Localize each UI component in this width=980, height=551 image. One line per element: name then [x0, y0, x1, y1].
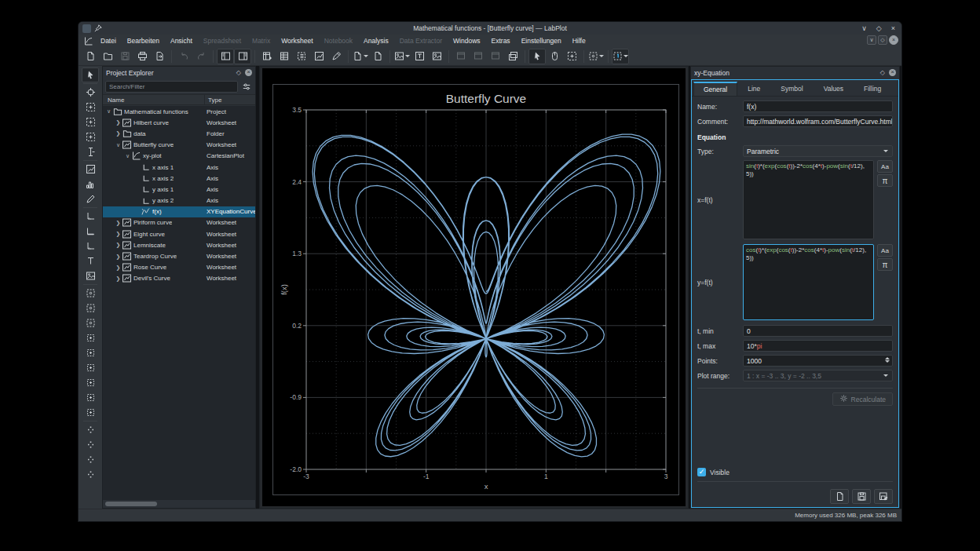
worksheet-page[interactable]: Butterfly Curve-3-1133.52.41.30.2-0.9-2.… [262, 68, 686, 506]
insert-function-button[interactable]: Aa [877, 244, 893, 257]
toggle-properties-dock-button[interactable] [234, 49, 251, 64]
tab-values[interactable]: Values [814, 82, 854, 96]
tree-row-data[interactable]: ❯dataFolder [103, 128, 255, 139]
comment-field[interactable]: http://mathworld.wolfram.com/ButterflyCu… [743, 115, 893, 127]
export-button[interactable] [151, 49, 168, 64]
expander-icon[interactable]: ❯ [115, 231, 122, 237]
add-axis-bottom-button[interactable] [82, 224, 99, 239]
tree-row-rose-curve[interactable]: ❯Rose CurveWorksheet [103, 262, 255, 273]
select-mode-button[interactable] [82, 68, 99, 82]
tab-line[interactable]: Line [737, 82, 770, 96]
save-template-button[interactable] [852, 489, 871, 504]
expander-icon[interactable]: ∨ [115, 142, 122, 148]
expander-icon[interactable]: ∨ [124, 153, 131, 159]
new-document-menu-button[interactable] [352, 49, 369, 64]
menu-hilfe[interactable]: Hilfe [567, 35, 591, 47]
tree-row-teardrop-curve[interactable]: ❯Teardrop CurveWorksheet [103, 250, 255, 261]
cursor-mode-button[interactable] [82, 144, 99, 159]
new-workbook-button[interactable] [258, 49, 276, 64]
filter-options-icon[interactable] [240, 81, 253, 93]
tree-row-xy-plot[interactable]: ∨xy-plotCartesianPlot [103, 151, 255, 162]
dock-float-icon[interactable]: ◇ [236, 69, 241, 76]
zoom-origin-button[interactable] [82, 316, 99, 330]
tree-row-mathematical-functions[interactable]: ∨Mathematical functionsProject [103, 106, 255, 117]
export-preview-button[interactable] [428, 49, 445, 64]
minimize-icon[interactable]: ∨ [861, 24, 867, 32]
tab-filling[interactable]: Filling [854, 82, 891, 96]
add-text-label-button[interactable] [82, 254, 99, 268]
expander-icon[interactable]: ❯ [115, 242, 122, 248]
pin-icon[interactable] [94, 22, 102, 35]
expander-icon[interactable]: ∨ [105, 108, 112, 115]
menu-worksheet[interactable]: Worksheet [276, 35, 318, 47]
tmin-field[interactable]: 0 [743, 325, 893, 337]
draw-curve-button[interactable] [82, 192, 99, 206]
new-matrix-button[interactable] [293, 49, 310, 64]
expander-icon[interactable]: ❯ [115, 119, 122, 126]
zoom-select-button[interactable] [82, 100, 99, 115]
menu-ansicht[interactable]: Ansicht [165, 35, 198, 47]
menu-extras[interactable]: Extras [486, 35, 516, 47]
add-axis-corner-button[interactable] [82, 239, 99, 254]
tmax-field[interactable]: 10*pi [743, 340, 893, 352]
tree-row-x-axis-2[interactable]: x axis 2Axis [103, 173, 255, 184]
new-spreadsheet-button[interactable] [276, 49, 293, 64]
tab-general[interactable]: General [693, 82, 737, 96]
zoom-fit-height-button[interactable] [82, 437, 99, 452]
expander-icon[interactable]: ❯ [115, 220, 122, 226]
points-spinbox[interactable]: 1000 [743, 355, 893, 367]
insert-constant-button[interactable]: π [877, 174, 893, 187]
y-equation-editor[interactable]: cos(t)*(exp(cos(t))-2*cos(4*t)-pow(sin(t… [743, 244, 874, 320]
tree-row-butterfly-curve[interactable]: ∨Butterfly curveWorksheet [103, 140, 255, 151]
tree-row-piriform-curve[interactable]: ❯Piriform curveWorksheet [103, 217, 255, 228]
column-name[interactable]: Name [103, 95, 205, 104]
mdi-maximize-icon[interactable]: ◇ [878, 35, 887, 45]
navigate-button[interactable] [546, 49, 563, 64]
expander-icon[interactable]: ❯ [115, 265, 122, 271]
magnification-menu-button[interactable] [587, 49, 605, 64]
tree-row-hilbert-curve[interactable]: ❯Hilbert curveWorksheet [103, 117, 255, 128]
toggle-project-explorer-button[interactable] [217, 49, 234, 64]
menu-analysis[interactable]: Analysis [358, 35, 394, 47]
dock-float-icon[interactable]: ◇ [880, 69, 885, 76]
insert-function-button[interactable]: Aa [877, 160, 893, 173]
menu-bearbeiten[interactable]: Bearbeiten [122, 35, 165, 47]
color-picker-button[interactable] [327, 49, 345, 64]
titlebar[interactable]: Mathematical functions - [Butterfly curv… [79, 22, 901, 35]
tree-column-header[interactable]: Name Type [103, 94, 255, 105]
menu-windows[interactable]: Windows [448, 35, 485, 47]
shift-up-y-button[interactable] [82, 405, 99, 420]
expander-icon[interactable]: ❯ [115, 254, 122, 260]
menu-datei[interactable]: Datei [95, 35, 122, 47]
fit-selection-button[interactable] [411, 49, 428, 64]
visible-checkbox[interactable]: ✓ [697, 468, 706, 476]
tree-row-lemniscate[interactable]: ❯LemniscateWorksheet [103, 239, 255, 250]
tab-symbol[interactable]: Symbol [770, 82, 813, 96]
insert-constant-button[interactable]: π [877, 258, 893, 271]
dock-close-icon[interactable]: × [245, 69, 252, 76]
add-axis-left-button[interactable] [82, 209, 99, 224]
maximize-icon[interactable]: ◇ [876, 24, 882, 32]
zoom-select-mode-button[interactable] [563, 49, 580, 64]
tree-row-f-x-[interactable]: f(x)XYEquationCurve [103, 206, 255, 217]
add-histogram-button[interactable] [82, 177, 99, 192]
butterfly-plot[interactable]: Butterfly Curve-3-1133.52.41.30.2-0.9-2.… [272, 84, 679, 495]
new-project-button[interactable] [82, 49, 99, 64]
shift-left-x-button[interactable] [82, 375, 99, 390]
zoom-y-select-button[interactable] [82, 130, 99, 144]
crosshair-mode-button[interactable] [82, 85, 99, 100]
auto-scale-x-button[interactable] [82, 345, 99, 360]
mdi-restore-icon[interactable]: ∨ [867, 35, 876, 45]
x-equation-editor[interactable]: sin(t)*(exp(cos(t))-2*cos(4*t)-pow(sin(t… [743, 160, 874, 239]
tree-row-y-axis-1[interactable]: y axis 1Axis [103, 184, 255, 195]
load-template-button[interactable] [830, 489, 849, 504]
zoom-in-button[interactable] [82, 286, 99, 301]
open-project-button[interactable] [99, 49, 116, 64]
close-icon[interactable]: × [891, 24, 895, 32]
expander-icon[interactable]: ❯ [115, 130, 122, 137]
cascade-windows-button[interactable] [504, 49, 521, 64]
horizontal-scrollbar[interactable] [103, 502, 255, 506]
dock-close-icon[interactable]: × [889, 69, 896, 76]
tree-row-devil-s-curve[interactable]: ❯Devil's CurveWorksheet [103, 273, 255, 284]
export-image-menu-button[interactable] [393, 49, 411, 64]
